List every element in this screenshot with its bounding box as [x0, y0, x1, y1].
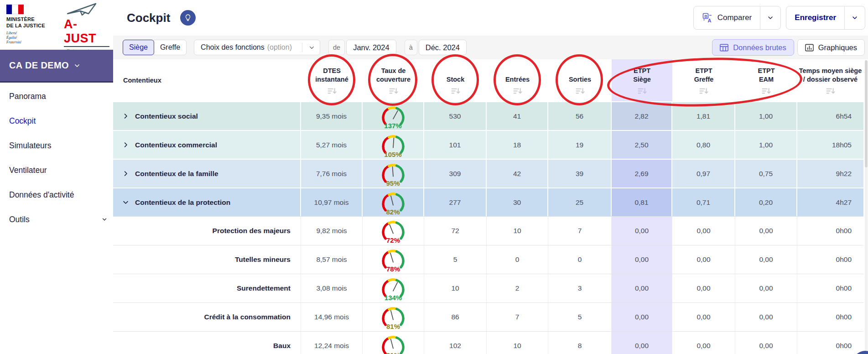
column-header-temps-moyen[interactable]: Temps moyen siège/ dossier observé [797, 59, 863, 101]
sort-icon[interactable] [389, 87, 399, 95]
sort-icon[interactable] [513, 87, 523, 95]
save-dropdown-toggle[interactable] [845, 6, 865, 29]
stock-cell: 277 [424, 188, 487, 216]
chevron-right-icon[interactable] [122, 170, 129, 177]
temps-moyen-cell: 0h00 [797, 274, 863, 302]
stock-cell: 309 [424, 160, 487, 187]
tab-siege[interactable]: Siège [123, 40, 154, 55]
contentieux-label: Contentieux de la protection [135, 198, 230, 207]
column-header-sorties[interactable]: Sorties [548, 59, 612, 101]
tab-graphiques[interactable]: Graphiques [797, 39, 865, 56]
svg-text:B: B [704, 14, 707, 19]
column-header-taux-couverture[interactable]: Taux decouverture [363, 59, 424, 101]
stock-cell: 530 [424, 102, 487, 130]
chevron-right-icon[interactable] [122, 113, 129, 120]
contentieux-cell[interactable]: Contentieux de la famille [113, 160, 301, 187]
sidebar-item-donnees-activite[interactable]: Données d'activité [0, 182, 113, 207]
contentieux-cell: Crédit à la consommation [113, 303, 301, 331]
chevron-down-icon[interactable] [122, 199, 129, 206]
coverage-rate-label: 95% [386, 179, 400, 187]
contentieux-cell[interactable]: Contentieux commercial [113, 131, 301, 159]
column-header-dtes-instantane[interactable]: DTESinstantané [301, 59, 363, 101]
entrees-cell: 41 [487, 102, 548, 130]
etpt-siege-cell: 0,00 [612, 274, 672, 302]
column-header-etpt-siege[interactable]: ETPTSiège [612, 59, 672, 101]
temps-moyen-cell: 4h27 [797, 188, 863, 216]
etpt-siege-cell: 2,50 [612, 131, 672, 159]
etpt-eam-cell: 0,20 [735, 188, 797, 216]
french-flag-icon [6, 5, 24, 14]
view-toggle: Données brutes Graphiques [712, 39, 865, 56]
coverage-rate-label: 134% [385, 294, 402, 302]
taux-couverture-cell: 81% [363, 303, 424, 331]
table-row[interactable]: Contentieux commercial5,27 mois105%10118… [113, 130, 863, 159]
etpt-eam-cell: 0,00 [735, 245, 797, 274]
taux-couverture-cell: 81% [363, 332, 424, 354]
ministry-name-line1: MINISTÈRE [6, 16, 57, 23]
contentieux-cell[interactable]: Contentieux social [113, 102, 301, 130]
dtes-cell: 12,24 mois [301, 332, 363, 354]
functions-dropdown[interactable]: Choix des fonctions (option) [194, 40, 320, 55]
main-area: Cockpit B A Comparer [113, 0, 868, 354]
tab-donnees-brutes[interactable]: Données brutes [712, 39, 794, 56]
save-split-button: Enregistrer [786, 6, 865, 30]
compare-dropdown-toggle[interactable] [760, 6, 780, 29]
save-button[interactable]: Enregistrer [786, 6, 844, 29]
chevron-down-icon [767, 14, 774, 21]
temps-moyen-cell: 6h54 [797, 102, 863, 130]
contentieux-cell: Protection des majeurs [113, 217, 301, 245]
dtes-cell: 9,82 mois [301, 217, 363, 245]
table-row[interactable]: Contentieux de la famille7,76 mois95%309… [113, 159, 863, 187]
compare-button[interactable]: B A Comparer [694, 6, 760, 29]
etpt-greffe-cell: 0,00 [672, 332, 735, 354]
column-header-stock[interactable]: Stock [424, 59, 487, 101]
sort-icon[interactable] [451, 87, 461, 95]
sorties-cell: 25 [548, 188, 612, 216]
bar-chart-icon [805, 44, 814, 52]
taux-couverture-cell: 82% [363, 188, 424, 216]
taux-couverture-cell: 134% [363, 274, 424, 302]
column-header-entrees[interactable]: Entrées [487, 59, 548, 101]
scrollbar-thumb[interactable] [865, 60, 868, 167]
temps-moyen-cell: 0h00 [797, 303, 863, 331]
chevron-down-icon [101, 216, 108, 223]
column-header-etpt-greffe[interactable]: ETPTGreffe [672, 59, 735, 101]
coverage-rate-label: 72% [386, 236, 400, 244]
tab-greffe[interactable]: Greffe [154, 40, 187, 55]
compare-icon: B A [702, 12, 713, 23]
etpt-eam-cell: 1,00 [735, 102, 797, 130]
sort-icon[interactable] [826, 87, 836, 95]
temps-moyen-cell: 0h00 [797, 217, 863, 245]
coverage-rate-label: 82% [386, 208, 400, 216]
etpt-eam-cell: 0,00 [735, 274, 797, 302]
stock-cell: 101 [424, 131, 487, 159]
etpt-siege-cell: 0,81 [612, 188, 672, 216]
table-row[interactable]: Contentieux social9,35 mois137%53041562,… [113, 101, 863, 130]
chevron-right-icon[interactable] [122, 141, 129, 148]
date-to-input[interactable]: Déc. 2024 [419, 40, 467, 55]
sort-icon[interactable] [575, 87, 585, 95]
help-bulb-button[interactable] [180, 10, 196, 26]
sidebar-item-outils[interactable]: Outils [0, 207, 113, 232]
sort-icon[interactable] [761, 87, 771, 95]
entrees-cell: 10 [487, 217, 548, 245]
compare-split-button: B A Comparer [693, 6, 781, 30]
sidebar: MINISTÈRE DE LA JUSTICE Liberté Égalité … [0, 0, 113, 354]
sort-icon[interactable] [699, 87, 709, 95]
lightbulb-icon [184, 14, 192, 22]
sort-icon[interactable] [327, 87, 337, 95]
jurisdiction-selector[interactable]: CA DE DEMO [0, 50, 113, 83]
contentieux-label: Baux [273, 342, 291, 350]
column-header-etpt-eam[interactable]: ETPTEAM [735, 59, 797, 101]
etpt-siege-cell: 2,69 [612, 160, 672, 187]
sidebar-item-cockpit[interactable]: Cockpit [0, 109, 113, 133]
sidebar-item-panorama[interactable]: Panorama [0, 84, 113, 109]
column-header-contentieux: Contentieux [113, 59, 301, 101]
sidebar-item-simulateurs[interactable]: Simulateurs [0, 133, 113, 158]
sidebar-item-ventilateur[interactable]: Ventilateur [0, 158, 113, 182]
entrees-cell: 10 [487, 332, 548, 354]
date-from-input[interactable]: Janv. 2024 [346, 40, 396, 55]
sort-icon[interactable] [637, 87, 647, 95]
contentieux-cell[interactable]: Contentieux de la protection [113, 188, 301, 216]
table-row[interactable]: Contentieux de la protection10,97 mois82… [113, 187, 863, 216]
